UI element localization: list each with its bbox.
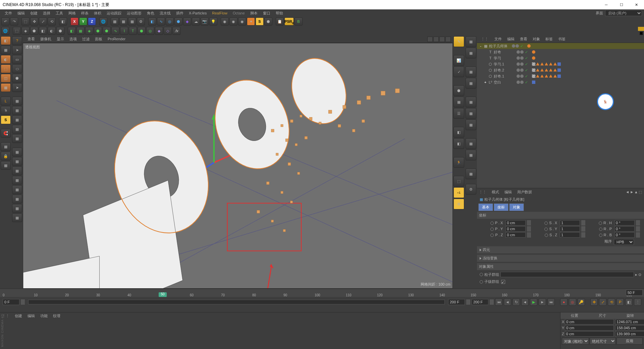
reset-psr[interactable]: =1 xyxy=(453,187,464,198)
input-rh[interactable] xyxy=(614,220,635,226)
input-sy[interactable] xyxy=(560,226,580,232)
spin-rp[interactable] xyxy=(636,226,640,232)
tl-end-spin[interactable] xyxy=(466,299,470,305)
x-axis-lock[interactable]: X xyxy=(70,17,78,26)
poly-sel[interactable]: ⬟ xyxy=(12,74,22,83)
viewport-perspective[interactable]: 透视视图 网格间距 : 100 cm xyxy=(23,43,453,289)
grid5[interactable]: ▦ xyxy=(12,134,22,143)
vp-menu-6[interactable]: ProRender xyxy=(105,36,128,42)
r-tool-2[interactable]: ✓ xyxy=(453,66,464,77)
vp-menu-4[interactable]: 过滤 xyxy=(79,36,92,42)
prim-light[interactable]: 💡 xyxy=(209,17,217,26)
tl-opt-pos[interactable]: ✥ xyxy=(590,298,598,306)
attr-menu-2[interactable]: 用户数据 xyxy=(515,189,535,195)
takes-icon[interactable]: ✎ xyxy=(453,36,464,47)
scale-tool[interactable]: ⤢ xyxy=(39,17,47,26)
menu-13[interactable]: X-Particles xyxy=(186,10,209,16)
render-region[interactable]: ▦ xyxy=(119,17,127,26)
tree-row-1[interactable]: T 好奇 ✓ xyxy=(477,49,644,55)
tl-prev-key[interactable]: ◄ xyxy=(504,298,511,306)
sel-tool-6[interactable]: ⬢ xyxy=(56,27,64,35)
sel-tool-2[interactable]: ◈ xyxy=(21,27,30,35)
mode-point[interactable]: ⬚ xyxy=(1,64,11,73)
tl-opt-scale[interactable]: ⤢ xyxy=(599,298,606,306)
mode-edge[interactable]: ◫ xyxy=(1,74,11,83)
particle-group-picker[interactable]: ▸ ⊙ xyxy=(635,272,641,277)
tl-key-sel[interactable]: 🔑 xyxy=(578,298,585,306)
tl-end[interactable] xyxy=(448,299,465,305)
grid10[interactable]: ▦ xyxy=(12,185,22,194)
menu-8[interactable]: 运动跟踪 xyxy=(104,10,124,16)
grid3[interactable]: ▦ xyxy=(12,115,22,124)
object-tree[interactable]: - ▦ 粒子几何体 ✓ T 好奇 ✓ T 学习 ✓ ⬡ 学习.1 ✓ ⬡ 好奇.… xyxy=(477,43,644,188)
prim-generator[interactable]: ⬢ xyxy=(174,17,182,26)
menu-16[interactable]: 脚本 xyxy=(248,10,260,16)
menu-10[interactable]: 角色 xyxy=(144,10,157,16)
mouse-tool[interactable]: 🖱 xyxy=(1,106,11,115)
misc-tool[interactable]: B xyxy=(294,17,303,26)
cp-sz[interactable] xyxy=(615,331,644,337)
grid2[interactable]: ▦ xyxy=(12,106,22,115)
grid-tool[interactable]: ▦ xyxy=(1,161,11,170)
cp-mode1[interactable]: 对象 (相对) xyxy=(562,338,589,345)
mo-text[interactable]: ⬟ xyxy=(103,27,111,35)
menu-11[interactable]: 流水线 xyxy=(157,10,173,16)
input-sz[interactable] xyxy=(560,232,580,238)
menu-0[interactable]: 文件 xyxy=(2,10,15,16)
sel-tool-5[interactable]: ◐ xyxy=(48,27,56,35)
r2-tool-9[interactable]: ▦ xyxy=(466,150,476,160)
spin-rh[interactable] xyxy=(636,220,640,226)
menu-9[interactable]: 运动图形 xyxy=(124,10,144,16)
spin-sz[interactable] xyxy=(581,232,585,238)
mat-menu-2[interactable]: 功能 xyxy=(38,313,50,318)
grid13[interactable]: ▦ xyxy=(12,213,22,222)
r-tool-5[interactable]: ☰ xyxy=(453,108,464,119)
snap-s[interactable]: S xyxy=(1,115,11,124)
mo-extrude[interactable]: T xyxy=(129,27,137,35)
input-rp[interactable] xyxy=(614,226,635,232)
menu-12[interactable]: 插件 xyxy=(173,10,186,16)
attr-next[interactable]: ► xyxy=(630,190,634,194)
input-py[interactable] xyxy=(505,226,526,232)
tree-row-6[interactable]: + L⁰ 空白 ✓ xyxy=(477,79,644,85)
script-tool[interactable]: 📋 xyxy=(276,17,284,26)
r2-tool-2[interactable]: ▦ xyxy=(466,48,476,58)
attr-lock[interactable]: ⬚ xyxy=(639,190,642,194)
grid11[interactable]: ▦ xyxy=(12,195,22,203)
menu-17[interactable]: 窗口 xyxy=(260,10,273,16)
tl-scrollbar[interactable] xyxy=(28,300,445,304)
attr-menu-1[interactable]: 编辑 xyxy=(502,189,515,195)
om-tab-5[interactable]: 书签 xyxy=(555,36,568,42)
attr-freeze[interactable]: 冻结变换 xyxy=(477,255,644,262)
render-view[interactable]: ▦ xyxy=(111,17,119,26)
attr-menu-0[interactable]: 模式 xyxy=(489,189,502,195)
tree-row-2[interactable]: T 学习 ✓ xyxy=(477,55,644,61)
om-tab-2[interactable]: 查看 xyxy=(517,36,530,42)
spin-rb[interactable] xyxy=(636,232,640,238)
mo-spline[interactable]: ⌇ xyxy=(120,27,128,35)
recent-tool[interactable]: ◧ xyxy=(59,17,67,26)
r2-tool-5[interactable]: ▦ xyxy=(466,97,476,107)
input-pz[interactable] xyxy=(505,232,526,238)
cp-pz[interactable] xyxy=(565,331,614,337)
vp-nav-3[interactable] xyxy=(439,37,445,42)
tl-next-key[interactable]: ► xyxy=(539,298,546,306)
r-tool-9[interactable]: ⬚ xyxy=(453,176,464,187)
tree-row-4[interactable]: ⬡ 好奇.2 ✓ xyxy=(477,67,644,73)
grid4[interactable]: ▦ xyxy=(12,125,22,134)
spin-py[interactable] xyxy=(527,226,531,232)
layout-select[interactable]: 启动 (用户) xyxy=(605,10,642,16)
r2-tool-8[interactable]: ▦ xyxy=(466,138,476,149)
vp-menu-2[interactable]: 显示 xyxy=(54,36,67,42)
mo-eff2[interactable]: ◇ xyxy=(164,27,172,35)
mat-menu-1[interactable]: 编辑 xyxy=(25,313,38,318)
attr-grip[interactable]: ⋮⋮ xyxy=(479,190,486,194)
tl-end2-spin[interactable] xyxy=(490,299,494,305)
cp-sy[interactable] xyxy=(615,325,644,331)
menu-2[interactable]: 创建 xyxy=(28,10,40,16)
tl-play[interactable]: ▶ xyxy=(530,298,537,306)
mo-matrix[interactable]: ▦ xyxy=(76,27,85,35)
cursor-tool[interactable]: ➤ xyxy=(12,83,22,92)
sel-tool-4[interactable]: ◧ xyxy=(39,27,47,35)
r2-gear[interactable]: ⚙ xyxy=(466,184,476,195)
